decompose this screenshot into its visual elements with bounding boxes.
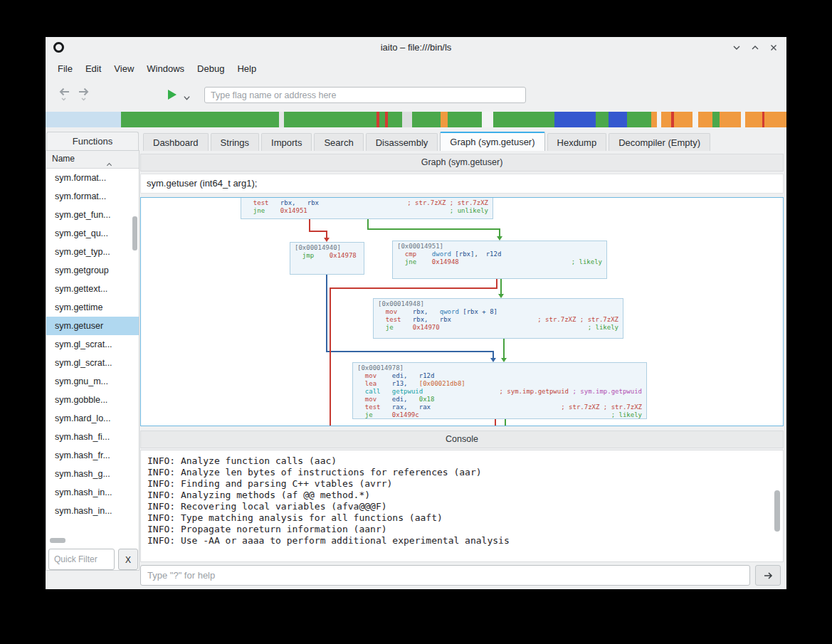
graph-edge-arrow — [324, 238, 330, 242]
graph-edge — [367, 228, 500, 230]
minimize-button[interactable] — [731, 42, 742, 53]
function-list: sym.format...sym.format...sym.get_fun...… — [46, 169, 139, 570]
memory-segment — [712, 112, 720, 127]
memory-segment — [596, 112, 609, 127]
function-list-item[interactable]: sym.hash_g... — [46, 465, 139, 483]
main-area: DashboardStringsImportsSearchDisassembly… — [140, 132, 786, 589]
memory-segment — [698, 112, 712, 127]
memory-segment — [379, 112, 385, 127]
memory-segment — [693, 112, 698, 127]
tab-bar: DashboardStringsImportsSearchDisassembly… — [143, 132, 712, 151]
console-log-line: INFO: Analyze len bytes of instructions … — [147, 467, 776, 478]
function-list-item[interactable]: sym.gettext... — [46, 280, 139, 298]
function-list-item[interactable]: sym.getuser — [46, 317, 139, 335]
tab-search[interactable]: Search — [314, 133, 363, 151]
graph-edge-arrow — [497, 236, 502, 241]
memory-segment — [284, 112, 376, 127]
graph-block[interactable]: [0x00014940] jmp 0x14978 — [290, 242, 364, 275]
maximize-button[interactable] — [749, 42, 761, 53]
menu-debug[interactable]: Debug — [191, 63, 231, 74]
functions-column-header[interactable]: Name — [46, 151, 139, 169]
graph-dock-title[interactable]: Graph (sym.getuser) — [140, 154, 784, 171]
graph-block[interactable]: test rbx, rbx; str.7zXZ ; str.7zXZ jne 0… — [241, 197, 493, 219]
console-log[interactable]: INFO: Analyze function calls (aac)INFO: … — [140, 450, 784, 562]
function-list-item[interactable]: sym.get_fun... — [46, 206, 139, 224]
continue-button[interactable] — [168, 90, 177, 100]
graph-block[interactable]: [0x00014948] mov rbx, qword [rbx + 8] te… — [373, 298, 623, 339]
console-input[interactable] — [140, 565, 750, 586]
graph-edge — [326, 231, 327, 238]
functions-dock-tab[interactable]: Functions — [46, 132, 139, 150]
memory-segment — [402, 112, 412, 127]
chevron-down-icon — [183, 94, 191, 102]
goto-address-input[interactable] — [204, 87, 526, 103]
graph-block[interactable]: [0x00014951] cmp dword [rbx], r12d jne 0… — [392, 241, 607, 279]
quick-filter-input[interactable] — [48, 549, 115, 570]
tab-graph-sym-getuser[interactable]: Graph (sym.getuser) — [440, 132, 544, 151]
graph-edge — [495, 419, 496, 426]
graph-edge — [330, 287, 497, 289]
console-scrollbar[interactable] — [774, 490, 780, 532]
tab-hexdump[interactable]: Hexdump — [547, 133, 607, 151]
function-list-item[interactable]: sym.hash_fr... — [46, 446, 139, 465]
functions-hscrollbar[interactable] — [50, 538, 65, 543]
titlebar[interactable]: iaito – file:///bin/ls — [46, 37, 786, 58]
graph-edge — [309, 231, 327, 232]
memory-segment — [745, 112, 762, 127]
graph-edge — [309, 219, 310, 231]
function-list-item[interactable]: sym.hash_in... — [46, 483, 139, 502]
memory-segment — [764, 112, 786, 127]
graph-edge-arrow — [490, 358, 496, 362]
tab-dashboard[interactable]: Dashboard — [143, 133, 209, 151]
function-list-item[interactable]: sym.hard_lo... — [46, 409, 139, 428]
memory-segment — [493, 112, 554, 127]
memory-segment — [46, 112, 121, 127]
menu-help[interactable]: Help — [231, 63, 263, 74]
tab-decompiler-empty[interactable]: Decompiler (Empty) — [609, 133, 710, 151]
close-icon — [769, 43, 778, 52]
console-log-line: INFO: Recovering local variables (afva@@… — [147, 501, 776, 512]
menu-edit[interactable]: Edit — [79, 63, 107, 74]
memory-map[interactable] — [46, 112, 786, 127]
functions-scrollbar[interactable] — [132, 216, 137, 250]
window-controls — [731, 37, 779, 58]
menu-file[interactable]: File — [51, 63, 79, 74]
function-list-item[interactable]: sym.gnu_m... — [46, 372, 139, 391]
function-list-item[interactable]: sym.format... — [46, 169, 139, 187]
graph-block[interactable]: [0x00014978] mov edi, r12d lea r13, [0x0… — [352, 362, 647, 419]
console-log-line: INFO: Propagate noreturn information (aa… — [147, 524, 776, 535]
function-list-item[interactable]: sym.hash_fi... — [46, 428, 139, 446]
tab-disassembly[interactable]: Disassembly — [366, 133, 438, 151]
graph-canvas[interactable]: test rbx, rbx; str.7zXZ ; str.7zXZ jne 0… — [140, 197, 784, 426]
clear-filter-button[interactable]: X — [118, 549, 138, 570]
function-list-item[interactable]: sym.gettime — [46, 298, 139, 317]
graph-edge — [326, 275, 327, 352]
menu-view[interactable]: View — [107, 63, 140, 74]
menu-windows[interactable]: Windows — [140, 63, 191, 74]
function-list-item[interactable]: sym.getgroup — [46, 261, 139, 280]
console-dock-title[interactable]: Console — [140, 431, 784, 448]
tab-imports[interactable]: Imports — [261, 133, 312, 151]
function-list-item[interactable]: sym.format... — [46, 187, 139, 206]
function-list-item[interactable]: sym.gobble... — [46, 391, 139, 409]
close-button[interactable] — [768, 42, 779, 53]
function-list-item[interactable]: sym.get_typ... — [46, 243, 139, 261]
debug-actions-dropdown[interactable] — [183, 92, 191, 105]
memory-segment — [651, 112, 657, 127]
arrow-right-icon — [762, 570, 774, 581]
menubar: FileEditViewWindowsDebugHelp — [51, 58, 263, 78]
forward-button[interactable] — [75, 86, 93, 102]
function-list-item[interactable]: sym.hash_in... — [46, 502, 139, 520]
function-list-item[interactable]: sym.get_qu... — [46, 224, 139, 243]
memory-segment — [609, 112, 627, 127]
back-button[interactable] — [56, 86, 73, 102]
console-send-button[interactable] — [755, 565, 781, 586]
memory-segment — [121, 112, 279, 127]
graph-edge-arrow — [498, 294, 504, 298]
memory-segment — [388, 112, 402, 127]
memory-segment — [412, 112, 441, 127]
function-list-item[interactable]: sym.gl_scrat... — [46, 354, 139, 372]
console-log-line: INFO: Analyzing methods (af @@ method.*) — [147, 490, 776, 501]
tab-strings[interactable]: Strings — [211, 133, 259, 151]
function-list-item[interactable]: sym.gl_scrat... — [46, 335, 139, 354]
